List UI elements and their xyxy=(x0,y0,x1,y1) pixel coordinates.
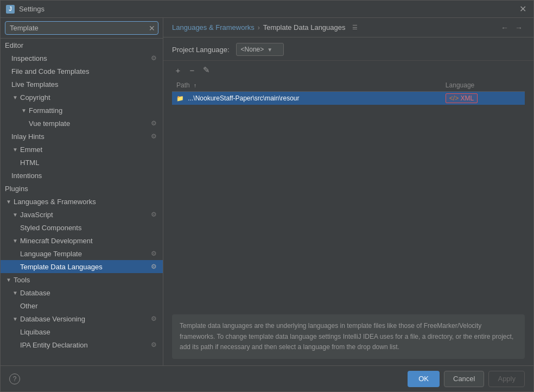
sidebar-label: Language Template xyxy=(20,250,151,258)
settings-window: J Settings ✕ ✕ Editor Inspections ⚙ xyxy=(0,0,534,392)
edit-row-button[interactable]: ✎ xyxy=(200,64,212,76)
nav-arrows: ← → xyxy=(499,22,525,34)
sidebar-item-html[interactable]: HTML xyxy=(1,156,163,169)
sidebar-item-database-versioning[interactable]: ▼ Database Versioning ⚙ xyxy=(1,312,163,325)
expand-arrow-icon: ▼ xyxy=(20,106,28,114)
cancel-button[interactable]: Cancel xyxy=(444,371,484,387)
remove-row-button[interactable]: − xyxy=(186,64,198,76)
sidebar-item-inspections[interactable]: Inspections ⚙ xyxy=(1,52,163,65)
sidebar-item-tools[interactable]: ▼ Tools xyxy=(1,273,163,286)
content-area: Project Language: <None> ▼ + − ✎ xyxy=(163,37,533,365)
sidebar-item-styled-components[interactable]: Styled Components xyxy=(1,221,163,234)
project-language-row: Project Language: <None> ▼ xyxy=(163,37,533,61)
left-panel: ✕ Editor Inspections ⚙ File and Code Tem… xyxy=(1,18,163,365)
sidebar-item-copyright[interactable]: ▼ Copyright xyxy=(1,91,163,104)
window-title: Settings xyxy=(19,5,44,13)
app-icon: J xyxy=(6,5,15,14)
dropdown-value: <None> xyxy=(241,46,264,53)
close-button[interactable]: ✕ xyxy=(517,4,528,15)
nav-forward-button[interactable]: → xyxy=(513,22,525,34)
expand-arrow-icon: ▼ xyxy=(5,276,12,283)
gear-icon: ⚙ xyxy=(151,315,158,323)
language-value: XML xyxy=(461,94,474,102)
title-bar: J Settings ✕ xyxy=(1,1,533,18)
sidebar-label: Database xyxy=(20,289,158,297)
path-column-header[interactable]: Path ↑ xyxy=(172,79,441,92)
gear-icon: ⚙ xyxy=(151,119,158,127)
sidebar-label: Template Data Languages xyxy=(20,263,151,271)
language-column-header[interactable]: Language xyxy=(441,79,525,92)
gear-icon: ⚙ xyxy=(151,211,158,218)
help-label: ? xyxy=(13,375,17,383)
sidebar-label: Vue template xyxy=(29,119,151,128)
sidebar-item-intentions[interactable]: Intentions xyxy=(1,169,163,182)
gear-icon: ⚙ xyxy=(151,250,158,257)
sidebar-item-ipa-entity[interactable]: IPA Entity Declaration ⚙ xyxy=(1,338,163,351)
breadcrumb-menu-icon[interactable]: ☰ xyxy=(352,24,358,31)
sidebar-item-liquibase[interactable]: Liquibase xyxy=(1,325,163,338)
sort-arrow-icon: ↑ xyxy=(194,83,196,88)
search-input[interactable] xyxy=(5,21,158,35)
table-area: Path ↑ Language 📁 xyxy=(163,79,533,310)
expand-arrow-icon: ▼ xyxy=(11,237,19,244)
sidebar-label: Intentions xyxy=(11,172,158,180)
sidebar-item-editor[interactable]: Editor xyxy=(1,39,163,52)
dropdown-arrow-icon: ▼ xyxy=(267,47,272,53)
path-cell: 📁 ...\NookureStaff-Paper\src\main\resour xyxy=(172,92,441,105)
bottom-left: ? xyxy=(9,374,20,384)
breadcrumb-current: Template Data Languages xyxy=(263,23,346,31)
sidebar-label: Minecraft Development xyxy=(20,237,158,245)
sidebar-label: Emmet xyxy=(20,146,158,154)
project-language-dropdown[interactable]: <None> ▼ xyxy=(236,43,284,56)
help-button[interactable]: ? xyxy=(9,374,20,384)
gear-icon: ⚙ xyxy=(151,132,158,140)
sidebar-item-template-data-languages[interactable]: Template Data Languages ⚙ xyxy=(1,260,163,273)
expand-arrow-icon: ▼ xyxy=(11,93,19,101)
breadcrumb-parent[interactable]: Languages & Frameworks xyxy=(172,23,255,31)
search-clear-icon[interactable]: ✕ xyxy=(149,24,155,33)
sidebar-label: Copyright xyxy=(20,93,158,102)
sidebar-item-other[interactable]: Other xyxy=(1,299,163,312)
sidebar-item-database[interactable]: ▼ Database xyxy=(1,286,163,299)
breadcrumb: Languages & Frameworks › Template Data L… xyxy=(172,23,358,31)
sidebar-label: Formatting xyxy=(29,106,158,115)
sidebar-item-plugins[interactable]: Plugins xyxy=(1,182,163,195)
sidebar-item-language-template[interactable]: Language Template ⚙ xyxy=(1,247,163,260)
sidebar-item-live-templates[interactable]: Live Templates xyxy=(1,78,163,91)
ok-button[interactable]: OK xyxy=(408,371,440,387)
nav-back-button[interactable]: ← xyxy=(499,22,511,34)
sidebar-item-emmet[interactable]: ▼ Emmet xyxy=(1,143,163,156)
add-row-button[interactable]: + xyxy=(172,64,184,76)
language-cell: </> XML xyxy=(441,92,525,105)
apply-button[interactable]: Apply xyxy=(488,371,525,387)
breadcrumb-separator: › xyxy=(258,24,260,31)
title-bar-left: J Settings xyxy=(6,5,44,14)
project-language-label: Project Language: xyxy=(172,46,230,54)
right-panel: Languages & Frameworks › Template Data L… xyxy=(163,18,533,365)
sidebar-label: Inlay Hints xyxy=(11,132,151,141)
table-row[interactable]: 📁 ...\NookureStaff-Paper\src\main\resour… xyxy=(172,92,525,105)
sidebar-label: Other xyxy=(20,302,158,310)
sidebar-item-languages-frameworks[interactable]: ▼ Languages & Frameworks xyxy=(1,195,163,208)
gear-icon: ⚙ xyxy=(151,54,158,62)
settings-tree: Editor Inspections ⚙ File and Code Templ… xyxy=(1,39,163,365)
expand-arrow-icon: ▼ xyxy=(11,211,19,218)
sidebar-item-file-code-templates[interactable]: File and Code Templates xyxy=(1,65,163,78)
column-label: Path xyxy=(176,81,190,89)
sidebar-label: HTML xyxy=(20,159,158,167)
folder-icon: 📁 xyxy=(176,95,184,102)
sidebar-label: Inspections xyxy=(11,54,151,62)
gear-icon: ⚙ xyxy=(151,263,158,270)
sidebar-label: Styled Components xyxy=(20,224,158,232)
sidebar-item-inlay-hints[interactable]: Inlay Hints ⚙ xyxy=(1,130,163,143)
sidebar-item-minecraft-dev[interactable]: ▼ Minecraft Development xyxy=(1,234,163,247)
sidebar-item-formatting[interactable]: ▼ Formatting xyxy=(1,104,163,117)
sidebar-label: Plugins xyxy=(5,185,158,193)
sidebar-label: Tools xyxy=(14,276,158,284)
expand-arrow-icon: ▼ xyxy=(11,315,19,323)
sidebar-item-vue-template[interactable]: Vue template ⚙ xyxy=(1,117,163,130)
sidebar-item-javascript[interactable]: ▼ JavaScript ⚙ xyxy=(1,208,163,221)
sidebar-label: Editor xyxy=(5,41,158,49)
info-text: Template data languages are the underlyi… xyxy=(180,322,513,350)
bottom-bar: ? OK Cancel Apply xyxy=(1,365,533,391)
